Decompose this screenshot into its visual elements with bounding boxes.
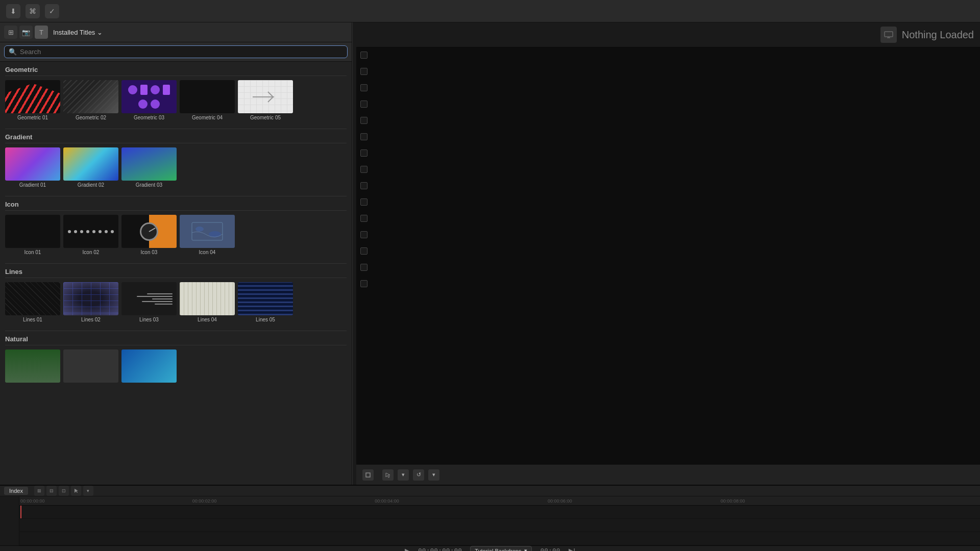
svg-point-1 [195,227,204,232]
dot5 [92,230,95,233]
section-title-geometric: Geometric [5,66,347,76]
item-gradient-01[interactable]: Gradient 01 [5,147,60,188]
section-title-lines: Lines [5,268,347,278]
item-lines-04[interactable]: Lines 04 [180,282,235,322]
thumb-geo03 [121,80,177,113]
thumb-geo01 [5,80,60,113]
preview-main [356,47,980,464]
label-lines02: Lines 02 [81,317,101,322]
checkbox-6[interactable] [360,133,368,140]
item-lines-03[interactable]: Lines 03 [121,282,177,322]
dot1 [68,230,71,233]
content-scroll[interactable]: Geometric Geometric 01 Geometric 02 [0,62,352,485]
dot2 [74,230,77,233]
svg-rect-6 [366,473,370,477]
thumb-lines04 [180,282,235,315]
geometric-items-grid: Geometric 01 Geometric 02 [5,80,347,120]
download-btn[interactable]: ⬇ [6,4,20,18]
checkbox-3[interactable] [360,84,368,91]
installed-titles-label: Installed Titles [53,29,95,36]
checkbox-14[interactable] [360,264,368,271]
nothing-loaded-icon [880,27,897,43]
tl-select-chevron-btn[interactable]: ▾ [83,486,93,496]
next-button[interactable]: ▶| [569,547,575,551]
checkbox-1[interactable] [360,52,368,59]
item-icon-01[interactable]: Icon 01 [5,215,60,255]
item-icon-02[interactable]: Icon 02 [63,215,118,255]
checkbox-2[interactable] [360,68,368,75]
label-lines01: Lines 01 [23,317,42,322]
panel-tab-camera[interactable]: 📷 [19,26,33,39]
natural-items-grid [5,349,347,383]
timeline-area: Index ⊞ ⊟ ⊡ ▾ 00:00:00:00 00:00:02:00 00… [0,485,980,551]
timeline-index-tab[interactable]: Index [4,487,28,495]
item-lines-01[interactable]: Lines 01 [5,282,60,322]
timeline-tracks[interactable]: 00:00:00:00 00:00:02:00 00:00:04:00 00:0… [19,496,980,545]
thumb-grad01 [5,147,60,181]
label-grad02: Gradient 02 [78,182,104,188]
label-icon01: Icon 01 [24,249,41,255]
checkbox-9[interactable] [360,182,368,189]
panel-tab-grid[interactable]: ⊞ [4,26,17,39]
thumb-lines01 [5,282,60,315]
item-geometric-05[interactable]: Geometric 05 [238,80,293,120]
item-geometric-01[interactable]: Geometric 01 [5,80,60,120]
item-natural-02[interactable] [63,349,118,383]
checkbox-8[interactable] [360,166,368,173]
tl-expand-btn[interactable]: ⊡ [59,486,69,496]
check-btn[interactable]: ✓ [45,4,59,18]
chevron-down-icon: ⌄ [97,29,103,36]
ruler-mark-4: 00:00:08:00 [721,498,745,504]
tl-select-mode-btn[interactable] [71,486,81,496]
label-geo01: Geometric 01 [17,115,48,120]
item-lines-02[interactable]: Lines 02 [63,282,118,322]
chevron-down-toolbar-icon[interactable]: ▾ [398,469,409,481]
checkbox-13[interactable] [360,247,368,255]
key-btn[interactable]: ⌘ [26,4,40,18]
timeline-top-bar: Index ⊞ ⊟ ⊡ ▾ [0,486,980,496]
installed-titles-dropdown[interactable]: Installed Titles ⌄ [53,29,103,36]
item-natural-01[interactable] [5,349,60,383]
divider-lines-natural [5,331,347,331]
item-geometric-02[interactable]: Geometric 02 [63,80,118,120]
playhead-1 [20,506,21,518]
cursor-btn[interactable] [382,469,394,481]
item-icon-04[interactable]: Icon 04 [180,215,235,255]
item-gradient-02[interactable]: Gradient 02 [63,147,118,188]
item-lines-05[interactable]: Lines 05 [238,282,293,322]
gradient-items-grid: Gradient 01 Gradient 02 Gradient 03 [5,147,347,188]
label-geo05: Geometric 05 [250,115,281,120]
search-input[interactable] [20,48,343,56]
dot4 [86,230,89,233]
checkbox-10[interactable] [360,198,368,206]
crop-btn[interactable] [362,469,374,481]
item-geometric-04[interactable]: Geometric 04 [180,80,235,120]
checkbox-7[interactable] [360,149,368,157]
label-lines04: Lines 04 [198,317,217,322]
tl-split-btn[interactable]: ⊟ [46,486,57,496]
play-button[interactable]: ▶ [405,547,410,551]
item-gradient-03[interactable]: Gradient 03 [121,147,177,188]
checkbox-12[interactable] [360,231,368,238]
tutorial-backdrops-picker[interactable]: Tutorial Backdrops ▾ [470,546,532,551]
timeline-track-1 [19,506,980,519]
section-icon: Icon Icon 01 [5,201,347,255]
preview-bottom-toolbar: ▾ ↺ ▾ [356,464,980,485]
tl-grid-btn[interactable]: ⊞ [34,486,44,496]
checkbox-5[interactable] [360,117,368,124]
item-natural-03[interactable] [121,349,177,383]
checkbox-4[interactable] [360,101,368,108]
panel-tab-titles[interactable]: T [35,26,48,39]
item-icon-03[interactable]: Icon 03 [121,215,177,255]
panel-resize-handle[interactable] [352,22,356,485]
lines-items-grid: Lines 01 Lines 02 [5,282,347,322]
checkbox-15[interactable] [360,280,368,287]
dot7 [105,230,108,233]
rotate-btn[interactable]: ↺ [413,469,424,481]
rotate-chevron-icon[interactable]: ▾ [428,469,439,481]
item-geometric-03[interactable]: Geometric 03 [121,80,177,120]
timeline-track-2 [19,519,980,532]
thumb-natural02 [63,349,118,383]
checkbox-11[interactable] [360,215,368,222]
icon-items-grid: Icon 01 Icon 02 [5,215,347,255]
